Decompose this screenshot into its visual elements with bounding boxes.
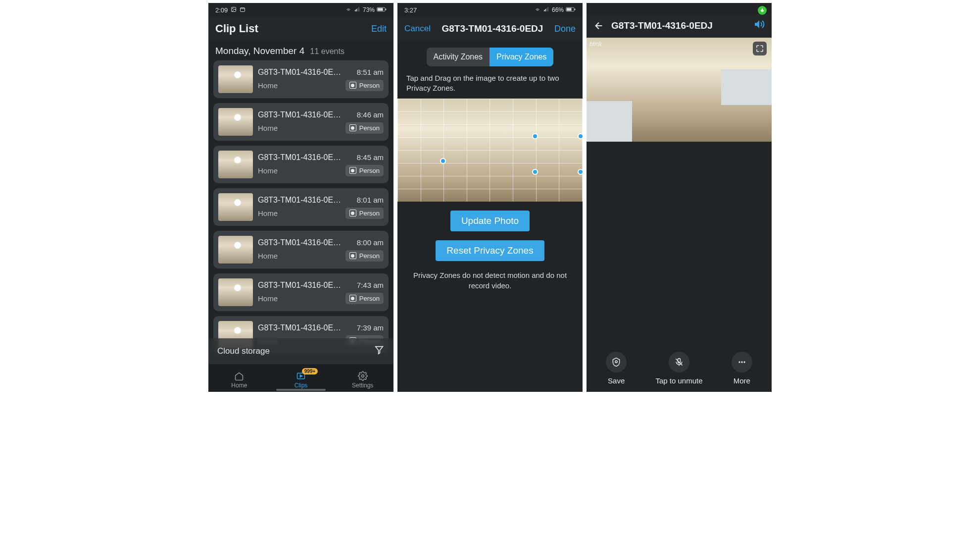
clip-location: Home	[258, 209, 342, 217]
clip-item[interactable]: G8T3-TM01-4316-0E… 8:01 am Home Person	[213, 188, 389, 226]
clip-scroll[interactable]: G8T3-TM01-4316-0E… 8:51 am Home Person G…	[208, 60, 393, 364]
tab-bar: Home 999+ Clips Settings	[208, 364, 393, 392]
person-icon	[349, 82, 356, 89]
zone1-handle[interactable]	[440, 158, 446, 164]
status-time: 2:09	[215, 6, 228, 14]
battery-percent: 66%	[552, 6, 564, 13]
fullscreen-button[interactable]	[753, 42, 767, 55]
wifi-icon	[534, 6, 541, 14]
shield-icon	[606, 352, 627, 373]
home-icon	[234, 371, 245, 381]
clip-name: G8T3-TM01-4316-0E…	[258, 281, 353, 290]
device-title: G8T3-TM01-4316-0EDJ	[431, 23, 554, 34]
clip-time: 7:39 am	[357, 323, 384, 332]
calendar-icon	[240, 6, 245, 14]
grid-overlay	[397, 99, 583, 202]
tab-clips-label: Clips	[294, 382, 308, 389]
privacy-footnote: Privacy Zones do not detect motion and d…	[397, 261, 583, 301]
person-badge: Person	[345, 80, 384, 91]
svg-point-20	[738, 361, 740, 363]
person-badge: Person	[345, 293, 384, 304]
speaker-button[interactable]	[753, 18, 765, 33]
person-badge: Person	[345, 165, 384, 176]
svg-rect-3	[355, 10, 356, 11]
instruction-text: Tap and Drag on the image to create up t…	[397, 66, 583, 99]
svg-point-11	[361, 375, 364, 377]
svg-rect-14	[546, 8, 547, 11]
save-label: Save	[608, 376, 625, 385]
clip-item[interactable]: G8T3-TM01-4316-0E… 8:51 am Home Person	[213, 60, 389, 98]
tab-clips[interactable]: 999+ Clips	[270, 371, 332, 389]
home-indicator	[276, 389, 326, 391]
svg-rect-15	[547, 7, 548, 11]
svg-rect-6	[358, 7, 359, 11]
filter-icon[interactable]	[374, 345, 385, 358]
edit-button[interactable]: Edit	[371, 24, 387, 34]
update-photo-button[interactable]: Update Photo	[450, 211, 530, 231]
clip-item[interactable]: G8T3-TM01-4316-0E… 8:00 am Home Person	[213, 231, 389, 268]
save-button[interactable]: Save	[606, 352, 627, 385]
clip-body: G8T3-TM01-4316-0E… 7:43 am Home Person	[258, 281, 384, 304]
back-button[interactable]	[593, 20, 604, 31]
clip-time: 8:01 am	[357, 196, 384, 204]
battery-icon	[377, 6, 387, 14]
clip-name: G8T3-TM01-4316-0E…	[258, 196, 353, 205]
svg-rect-17	[575, 8, 576, 10]
clip-item[interactable]: G8T3-TM01-4316-0E… 7:43 am Home Person	[213, 273, 389, 311]
date-row: Monday, November 4 11 events	[208, 41, 393, 60]
seg-privacy-zones[interactable]: Privacy Zones	[490, 48, 553, 66]
status-bar: 2:09 73%	[208, 3, 393, 17]
svg-rect-12	[544, 10, 545, 11]
person-badge: Person	[345, 250, 384, 262]
person-icon	[349, 252, 356, 259]
unmute-button[interactable]: Tap to unmute	[655, 352, 702, 385]
zone2-handle-br[interactable]	[578, 169, 583, 175]
tab-home-label: Home	[231, 382, 247, 389]
reset-privacy-zones-button[interactable]: Reset Privacy Zones	[436, 240, 544, 261]
tab-home[interactable]: Home	[208, 371, 270, 389]
privacy-mask-left	[587, 101, 632, 142]
clip-time: 8:00 am	[357, 238, 384, 247]
battery-icon	[566, 6, 576, 14]
clip-time: 7:43 am	[357, 281, 384, 289]
tab-settings[interactable]: Settings	[332, 371, 393, 389]
clip-body: G8T3-TM01-4316-0E… 8:46 am Home Person	[258, 110, 384, 134]
person-icon	[349, 167, 356, 174]
clip-location: Home	[258, 166, 342, 175]
clip-item[interactable]: G8T3-TM01-4316-0E… 8:46 am Home Person	[213, 103, 389, 141]
clip-body: G8T3-TM01-4316-0E… 8:01 am Home Person	[258, 196, 384, 219]
tab-settings-label: Settings	[352, 382, 373, 389]
clip-name: G8T3-TM01-4316-0E…	[258, 323, 353, 332]
cancel-button[interactable]: Cancel	[404, 24, 431, 34]
clip-item[interactable]: G8T3-TM01-4316-0E… 8:45 am Home Person	[213, 146, 389, 183]
live-view-image[interactable]: blink	[587, 38, 772, 142]
seg-activity-zones[interactable]: Activity Zones	[427, 48, 490, 66]
zone2-handle-tl[interactable]	[532, 133, 538, 139]
svg-rect-8	[386, 8, 387, 10]
svg-rect-4	[356, 9, 357, 11]
clip-thumbnail	[218, 65, 253, 93]
zone-image-editor[interactable]	[397, 99, 583, 202]
zone2-handle-tr[interactable]	[578, 133, 583, 139]
status-bar	[587, 3, 772, 14]
header: Cancel G8T3-TM01-4316-0EDJ Done	[397, 17, 583, 41]
done-button[interactable]: Done	[554, 24, 576, 34]
status-bar: 3:27 66%	[397, 3, 583, 17]
status-time: 3:27	[404, 6, 417, 14]
more-button[interactable]: More	[732, 352, 752, 385]
svg-point-21	[741, 361, 742, 363]
clip-name: G8T3-TM01-4316-0E…	[258, 153, 353, 162]
clip-body: G8T3-TM01-4316-0E… 8:00 am Home Person	[258, 238, 384, 262]
clips-badge: 999+	[302, 368, 318, 374]
cloud-storage-bar[interactable]: Cloud storage	[208, 338, 393, 364]
blink-watermark: blink	[589, 41, 602, 48]
clip-body: G8T3-TM01-4316-0E… 8:51 am Home Person	[258, 68, 384, 91]
date-text: Monday, November 4	[215, 46, 304, 56]
image-icon	[231, 6, 237, 14]
clip-name: G8T3-TM01-4316-0E…	[258, 68, 353, 77]
device-title: G8T3-TM01-4316-0EDJ	[604, 20, 753, 31]
person-icon	[349, 295, 356, 302]
clip-thumbnail	[218, 108, 253, 136]
zone2-handle-bl[interactable]	[532, 169, 538, 175]
clip-thumbnail	[218, 278, 253, 306]
